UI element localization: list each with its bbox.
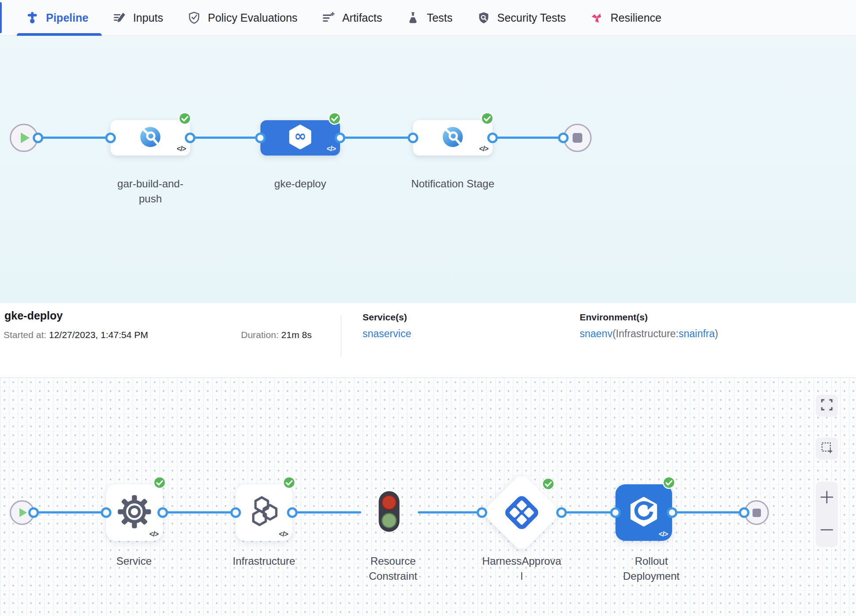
active-tab-indicator: [17, 33, 102, 36]
edge: [163, 511, 236, 513]
tab-label: Security Tests: [497, 11, 566, 24]
port: [33, 133, 43, 143]
tab-policy-evaluations[interactable]: Policy Evaluations: [175, 0, 310, 36]
fullscreen-icon: [821, 399, 833, 413]
tab-bar: Pipeline Inputs Policy Evaluations: [0, 0, 856, 36]
step-node-rollout-deployment[interactable]: </>: [615, 484, 672, 541]
edge: [38, 137, 111, 139]
tab-resilience[interactable]: Resilience: [578, 0, 673, 36]
port: [255, 133, 266, 143]
port: [739, 507, 749, 518]
step-label: Rollout Deployment: [616, 554, 687, 584]
edge: [493, 137, 563, 139]
tab-label: Policy Evaluations: [208, 11, 298, 24]
tab-inputs[interactable]: Inputs: [100, 0, 175, 36]
service-link-wrap: snaservice: [363, 328, 411, 340]
environment-value: snaenv(Infrastructure:snainfra): [580, 328, 718, 340]
tab-label: Tests: [427, 11, 452, 24]
stop-icon: [573, 133, 582, 143]
artifacts-list-icon: [321, 11, 336, 25]
stage-label: gar-build-and-push: [106, 176, 195, 206]
duration: Duration: 21m 8s: [241, 330, 312, 340]
stage-title: gke-deploy: [4, 309, 63, 322]
port: [230, 507, 241, 518]
step-node-service[interactable]: </>: [106, 484, 163, 541]
code-chip: </>: [279, 530, 288, 538]
tab-artifacts[interactable]: Artifacts: [310, 0, 394, 36]
stage-label: Notification Stage: [409, 176, 497, 191]
edge: [340, 137, 413, 139]
traffic-light-icon: [378, 526, 400, 534]
divider: [341, 316, 341, 357]
stage-label: gke-deploy: [256, 176, 344, 191]
resilience-pinwheel-icon: [590, 11, 604, 25]
zoom-in-button[interactable]: [816, 484, 838, 512]
service-link[interactable]: snaservice: [363, 328, 411, 339]
build-stage-icon: [139, 125, 162, 150]
edge: [418, 511, 482, 513]
security-shield-icon: [477, 11, 491, 25]
port: [157, 507, 168, 518]
step-node-infrastructure[interactable]: </>: [236, 484, 292, 541]
play-icon: [19, 508, 27, 517]
port: [287, 507, 298, 518]
port: [487, 133, 498, 143]
step-label: Service: [85, 554, 183, 569]
port: [556, 507, 567, 518]
svg-text:∞: ∞: [294, 127, 306, 144]
edge: [34, 511, 106, 513]
policy-shield-icon: [187, 11, 201, 25]
started-at: Started at: 12/27/2023, 1:47:54 PM: [4, 330, 148, 340]
tab-security-tests[interactable]: Security Tests: [465, 0, 578, 36]
port: [101, 507, 111, 518]
environment-link[interactable]: snaenv: [580, 328, 612, 339]
environments-label: Environment(s): [580, 312, 648, 323]
marquee-select-button[interactable]: [816, 437, 838, 460]
step-label: Resource Constraint: [362, 554, 424, 584]
stage-node-gar-build-and-push[interactable]: </>: [111, 120, 190, 156]
port: [408, 133, 418, 143]
fullscreen-button[interactable]: [816, 395, 838, 417]
port: [335, 133, 345, 143]
code-chip: </>: [479, 145, 488, 153]
port: [477, 507, 487, 518]
custom-stage-icon: [441, 125, 464, 150]
tab-pipeline[interactable]: Pipeline: [13, 0, 100, 36]
tab-label: Resilience: [611, 11, 661, 24]
success-badge: [178, 112, 191, 125]
tab-tests[interactable]: Tests: [394, 0, 464, 36]
zoom-out-button[interactable]: [816, 517, 838, 545]
code-chip: </>: [149, 530, 158, 538]
code-chip: </>: [327, 145, 336, 153]
pipeline-icon: [25, 11, 39, 25]
infrastructure-link[interactable]: snainfra: [679, 328, 715, 339]
tab-label: Inputs: [133, 11, 163, 24]
stage-graph-canvas[interactable]: </> ∞ </>: [0, 36, 856, 303]
pipeline-execution-page: Pipeline Inputs Policy Evaluations: [0, 0, 856, 616]
hexagons-icon: [246, 494, 282, 531]
stage-details-bar: gke-deploy Started at: 12/27/2023, 1:47:…: [0, 303, 856, 378]
success-badge: [328, 112, 341, 125]
edge: [292, 511, 361, 513]
step-label: Infrastructure: [215, 554, 313, 569]
inputs-icon: [112, 11, 126, 25]
plus-icon: [820, 490, 834, 506]
step-label: HarnessApproval: [481, 554, 562, 584]
approval-diamond-icon: [503, 494, 540, 533]
edge: [562, 511, 615, 513]
step-node-resource-constraint[interactable]: [378, 491, 400, 532]
marquee-select-icon: [821, 441, 833, 456]
port: [667, 507, 677, 518]
success-badge: [283, 476, 296, 489]
deploy-stage-icon: ∞: [287, 124, 313, 152]
port: [28, 507, 39, 518]
code-chip: </>: [659, 530, 668, 538]
code-chip: </>: [177, 145, 186, 153]
stage-node-gke-deploy[interactable]: ∞ </>: [260, 120, 340, 156]
port: [610, 507, 621, 518]
zoom-controls: [816, 482, 838, 547]
stage-node-notification-stage[interactable]: </>: [413, 120, 493, 156]
execution-graph-canvas[interactable]: </> </>: [0, 378, 856, 616]
services-label: Service(s): [363, 312, 407, 323]
success-badge: [153, 476, 166, 489]
